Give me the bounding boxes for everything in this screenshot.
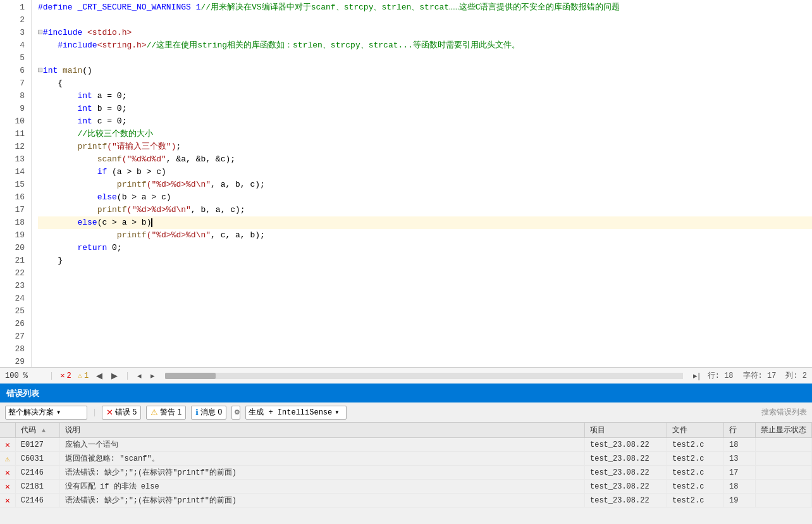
build-dropdown[interactable]: 生成 + IntelliSense ▾ — [245, 406, 347, 420]
error-count: 2 — [66, 371, 71, 380]
line-number: 26 — [0, 318, 25, 330]
info-filter-button[interactable]: ℹ 消息 0 — [191, 406, 226, 420]
table-row: printf("请输入三个数"); — [38, 140, 812, 153]
table-row — [38, 343, 812, 356]
error-code: E0127 — [15, 438, 59, 452]
row-status: 行: 18 — [708, 370, 734, 381]
list-item[interactable]: ✕E0127应输入一个语句test_23.08.22test2.c18 — [0, 438, 812, 452]
line-number: 17 — [0, 204, 25, 216]
line-number: 25 — [0, 305, 25, 318]
error-file: test2.c — [667, 452, 724, 466]
code-token — [58, 66, 63, 75]
error-badge: ✕ 2 — [60, 371, 71, 380]
line-number: 7 — [0, 77, 25, 90]
build-label: 生成 + IntelliSense — [249, 407, 332, 418]
warn-btn-label: 警告 1 — [160, 407, 181, 418]
error-line: 13 — [724, 452, 756, 466]
warn-filter-button[interactable]: ⚠ 警告 1 — [146, 406, 186, 420]
error-file: test2.c — [667, 466, 724, 480]
line-number: 24 — [0, 292, 25, 305]
line-number: 20 — [0, 242, 25, 254]
code-token — [38, 104, 77, 113]
build-filter-button[interactable]: ⚙ — [231, 406, 240, 420]
th-suppress[interactable]: 禁止显示状态 — [756, 423, 812, 438]
table-row: ⊟int main() — [38, 65, 812, 77]
code-token — [38, 142, 77, 151]
table-row — [38, 292, 812, 305]
error-line: 18 — [724, 438, 756, 452]
code-token — [38, 167, 97, 177]
error-toolbar: 整个解决方案 ▾ | ✕ 错误 5 ⚠ 警告 1 ℹ 消息 0 ⚙ 生成 + I… — [0, 402, 812, 423]
error-panel-header: 错误列表 — [0, 385, 812, 402]
line-number: 23 — [0, 280, 25, 292]
line-number: 3 — [0, 27, 25, 39]
error-filter-button[interactable]: ✕ 错误 5 — [102, 406, 141, 420]
line-number: 10 — [0, 115, 25, 128]
code-token: , c, a, b); — [211, 230, 265, 240]
code-token: int — [77, 104, 92, 113]
nav-prev-button[interactable]: ◀ — [95, 371, 104, 380]
table-row — [38, 280, 812, 292]
line-number: 1 — [0, 1, 25, 14]
table-row: #define _CRT_SECURE_NO_WARNINGS 1//用来解决在… — [38, 1, 812, 14]
code-token: int — [43, 66, 58, 75]
error-line: 18 — [724, 480, 756, 494]
error-row-icon: ✕ — [0, 438, 15, 452]
nav-next-button[interactable]: ▶ — [110, 371, 119, 380]
code-token — [38, 129, 77, 139]
line-number: 2 — [0, 14, 25, 27]
scroll-left-button[interactable]: ◂ — [136, 371, 143, 380]
table-row: return 0; — [38, 242, 812, 254]
list-item[interactable]: ✕C2146语法错误: 缺少";";(在标识符"printf"的前面)test_… — [0, 466, 812, 480]
code-token — [38, 180, 117, 189]
code-token: (a > b > c) — [107, 167, 166, 177]
list-item[interactable]: ✕C2146语法错误: 缺少";";(在标识符"printf"的前面)test_… — [0, 494, 812, 508]
code-token: #define _CRT_SECURE_NO_WARNINGS 1 — [38, 3, 200, 12]
line-number: 4 — [0, 39, 25, 52]
code-token: ("%d>%d>%d\n" — [126, 205, 190, 215]
line-number: 14 — [0, 166, 25, 178]
scope-dropdown[interactable]: 整个解决方案 ▾ — [5, 406, 87, 420]
th-code[interactable]: 代码 ▲ — [15, 423, 59, 438]
error-panel-title: 错误列表 — [6, 388, 39, 399]
code-token: //这里在使用string相关的库函数如：strlen、strcpy、strca… — [147, 41, 520, 50]
th-icon — [0, 423, 15, 438]
table-row: printf("%d>%d>%d\n", b, a, c); — [38, 204, 812, 216]
code-token: #include — [58, 41, 97, 50]
code-token — [38, 192, 97, 202]
code-token: (b > a > c) — [117, 192, 171, 202]
code-content[interactable]: #define _CRT_SECURE_NO_WARNINGS 1//用来解决在… — [32, 0, 812, 367]
zoom-level: 100 % — [5, 371, 43, 380]
line-number: 27 — [0, 330, 25, 343]
th-proj[interactable]: 项目 — [585, 423, 667, 438]
status-right: 行: 18 字符: 17 列: 2 — [708, 370, 807, 381]
th-desc[interactable]: 说明 — [59, 423, 584, 438]
scroll-right-button[interactable]: ▸ — [149, 371, 156, 380]
line-number: 15 — [0, 178, 25, 191]
line-number: 22 — [0, 267, 25, 280]
code-token: scanf — [97, 154, 122, 164]
th-line[interactable]: 行 — [724, 423, 756, 438]
error-scroll-area[interactable]: 代码 ▲ 说明 项目 文件 行 禁止显示状态 ✕E0127应输入一个语句test… — [0, 423, 812, 518]
error-code: C2146 — [15, 466, 59, 480]
th-file[interactable]: 文件 — [667, 423, 724, 438]
table-row: #include<string.h>//这里在使用string相关的库函数如：s… — [38, 39, 812, 52]
error-filter-icon: ✕ — [106, 408, 113, 417]
line-numbers: 1234567891011121314151617181920212223242… — [0, 0, 32, 367]
line-number: 11 — [0, 128, 25, 140]
info-btn-label: 消息 0 — [200, 407, 222, 418]
table-row: int c = 0; — [38, 115, 812, 128]
list-item[interactable]: ✕C2181没有匹配 if 的非法 elsetest_23.08.22test2… — [0, 480, 812, 494]
table-row: if (a > b > c) — [38, 166, 812, 178]
error-line: 17 — [724, 466, 756, 480]
code-token: <string.h> — [97, 41, 147, 50]
scroll-end-button[interactable]: ▸| — [692, 371, 701, 380]
code-token: a = 0; — [92, 91, 127, 101]
list-item[interactable]: ⚠C6031返回值被忽略: "scanf"。test_23.08.22test2… — [0, 452, 812, 466]
table-row: } — [38, 254, 812, 267]
error-suppress — [756, 480, 812, 494]
code-token: ⊟ — [38, 28, 43, 37]
code-token — [38, 243, 77, 253]
code-token: int — [77, 91, 92, 101]
code-token: 0; — [107, 243, 121, 253]
